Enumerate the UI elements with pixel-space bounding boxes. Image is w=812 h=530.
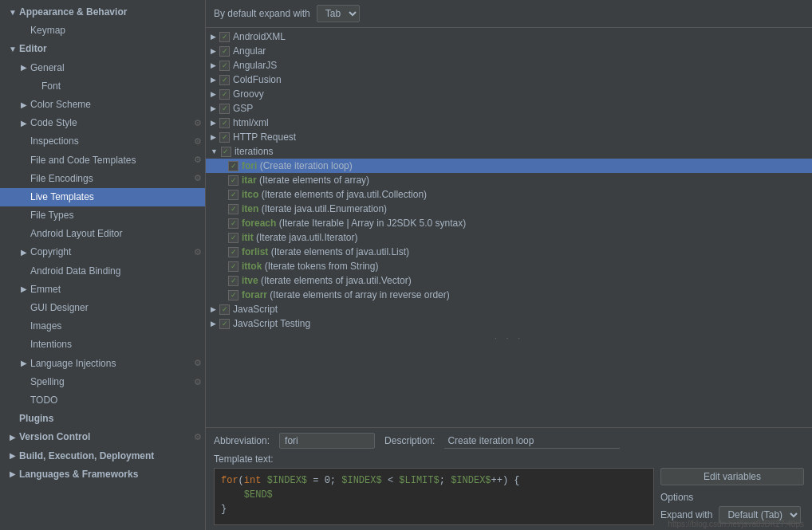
template-item-fori[interactable]: fori (Create iteration loop) xyxy=(206,159,812,173)
sidebar-item-live-templates[interactable]: Live Templates xyxy=(0,188,205,206)
item-checkbox[interactable] xyxy=(228,247,238,257)
group-javascript[interactable]: ▶ JavaScript xyxy=(206,302,812,316)
sidebar-label: TODO xyxy=(30,393,57,408)
sidebar-item-editor[interactable]: ▼ Editor xyxy=(0,40,205,58)
group-javascript-testing[interactable]: ▶ JavaScript Testing xyxy=(206,316,812,331)
template-item-forarr[interactable]: forarr (Iterate elements of array in rev… xyxy=(206,288,812,302)
item-checkbox[interactable] xyxy=(228,233,238,243)
group-checkbox[interactable] xyxy=(219,61,230,71)
sidebar-label: Live Templates xyxy=(30,190,94,205)
group-gsp[interactable]: ▶ GSP xyxy=(206,101,812,116)
item-text: itve (Iterate elements of java.util.Vect… xyxy=(242,275,412,286)
group-label: ColdFusion xyxy=(233,74,282,85)
group-http-request[interactable]: ▶ HTTP Request xyxy=(206,130,812,144)
sidebar-item-copyright[interactable]: ▶ Copyright ⚙ xyxy=(0,243,205,261)
sidebar-item-plugins[interactable]: Plugins xyxy=(0,410,205,428)
arrow-icon: ▶ xyxy=(18,117,30,130)
item-checkbox[interactable] xyxy=(228,290,238,300)
top-bar: By default expand with Tab xyxy=(206,0,812,28)
sidebar-item-appearance[interactable]: ▼ Appearance & Behavior xyxy=(0,3,205,22)
gear-icon: ⚙ xyxy=(194,116,202,131)
sidebar-item-android-data-binding[interactable]: Android Data Binding xyxy=(0,262,205,281)
item-text: itco (Iterate elements of java.util.Coll… xyxy=(242,189,427,200)
sidebar-label: Inspections xyxy=(30,134,79,149)
abbreviation-input[interactable] xyxy=(279,433,375,449)
sidebar-label: Android Data Binding xyxy=(30,264,120,279)
group-coldfusion[interactable]: ▶ ColdFusion xyxy=(206,73,812,87)
group-checkbox[interactable] xyxy=(219,46,230,57)
group-checkbox[interactable] xyxy=(219,304,230,315)
sidebar-label: Version Control xyxy=(19,430,90,445)
group-htmlxml[interactable]: ▶ html/xml xyxy=(206,116,812,130)
description-input[interactable] xyxy=(444,434,620,449)
sidebar-item-color-scheme[interactable]: ▶ Color Scheme xyxy=(0,96,205,114)
template-item-iten[interactable]: iten (Iterate java.util.Enumeration) xyxy=(206,202,812,216)
group-groovy[interactable]: ▶ Groovy xyxy=(206,87,812,101)
group-androidxml[interactable]: ▶ AndroidXML xyxy=(206,29,812,44)
template-item-itve[interactable]: itve (Iterate elements of java.util.Vect… xyxy=(206,273,812,288)
gear-icon: ⚙ xyxy=(194,375,202,390)
sidebar-label: Font xyxy=(41,79,61,94)
group-checkbox[interactable] xyxy=(219,75,230,85)
gear-icon: ⚙ xyxy=(194,356,202,371)
arrow-icon: ▶ xyxy=(6,468,19,481)
template-item-ittok[interactable]: ittok (Iterate tokens from String) xyxy=(206,259,812,273)
template-item-forlist[interactable]: forlist (Iterate elements of java.util.L… xyxy=(206,245,812,259)
group-checkbox[interactable] xyxy=(219,118,230,128)
group-checkbox[interactable] xyxy=(219,319,230,329)
kw-for: for xyxy=(221,475,238,486)
sidebar-item-font[interactable]: Font xyxy=(0,77,205,96)
group-checkbox[interactable] xyxy=(219,132,230,143)
group-label: html/xml xyxy=(233,117,269,128)
group-angularjs[interactable]: ▶ AngularJS xyxy=(206,58,812,73)
expand-dropdown[interactable]: Tab xyxy=(317,5,360,22)
item-checkbox[interactable] xyxy=(228,261,238,272)
sidebar-item-inspections[interactable]: Inspections ⚙ xyxy=(0,132,205,151)
sidebar-label: File and Code Templates xyxy=(30,153,136,168)
sidebar-item-android-layout-editor[interactable]: Android Layout Editor xyxy=(0,225,205,243)
sidebar-item-build-execution[interactable]: ▶ Build, Execution, Deployment xyxy=(0,447,205,465)
template-item-itco[interactable]: itco (Iterate elements of java.util.Coll… xyxy=(206,187,812,202)
group-arrow: ▶ xyxy=(211,47,216,55)
group-label: HTTP Request xyxy=(233,132,296,143)
item-checkbox[interactable] xyxy=(228,218,238,229)
code-area[interactable]: for(int $INDEX$ = 0; $INDEX$ < $LIMIT$; … xyxy=(214,468,654,525)
sidebar-item-intentions[interactable]: Intentions xyxy=(0,336,205,354)
expand-with-dropdown[interactable]: Default (Tab) xyxy=(719,506,801,524)
template-item-itit[interactable]: itit (Iterate java.util.Iterator) xyxy=(206,230,812,245)
group-iterations[interactable]: ▼ iterations xyxy=(206,144,812,159)
template-item-foreach[interactable]: foreach (Iterate Iterable | Array in J2S… xyxy=(206,216,812,230)
group-checkbox[interactable] xyxy=(221,147,231,157)
sidebar-label: General xyxy=(30,61,65,76)
sidebar-item-code-style[interactable]: ▶ Code Style ⚙ xyxy=(0,114,205,132)
group-checkbox[interactable] xyxy=(219,104,230,114)
template-item-itar[interactable]: itar (Iterate elements of array) xyxy=(206,173,812,187)
sidebar-item-file-encodings[interactable]: File Encodings ⚙ xyxy=(0,170,205,188)
sidebar-item-language-injections[interactable]: ▶ Language Injections ⚙ xyxy=(0,355,205,373)
group-arrow: ▶ xyxy=(211,104,216,112)
item-checkbox[interactable] xyxy=(228,161,238,171)
sidebar-item-file-types[interactable]: File Types xyxy=(0,206,205,225)
sidebar-item-todo[interactable]: TODO xyxy=(0,391,205,410)
sidebar-item-emmet[interactable]: ▶ Emmet xyxy=(0,281,205,299)
code-line-2: $END$ xyxy=(221,488,647,502)
group-angular[interactable]: ▶ Angular xyxy=(206,44,812,58)
sidebar-item-file-code-templates[interactable]: File and Code Templates ⚙ xyxy=(0,151,205,170)
sidebar-item-gui-designer[interactable]: GUI Designer xyxy=(0,299,205,317)
group-checkbox[interactable] xyxy=(219,32,230,42)
group-label: GSP xyxy=(233,103,253,114)
item-checkbox[interactable] xyxy=(228,204,238,214)
edit-variables-button[interactable]: Edit variables xyxy=(660,468,804,485)
sidebar-item-languages-frameworks[interactable]: ▶ Languages & Frameworks xyxy=(0,465,205,484)
item-checkbox[interactable] xyxy=(228,276,238,286)
group-checkbox[interactable] xyxy=(219,89,230,100)
item-checkbox[interactable] xyxy=(228,175,238,186)
sidebar-item-images[interactable]: Images xyxy=(0,317,205,336)
sidebar-item-spelling[interactable]: Spelling ⚙ xyxy=(0,373,205,391)
sidebar-item-general[interactable]: ▶ General xyxy=(0,59,205,77)
arrow-icon: ▶ xyxy=(18,246,30,259)
sidebar-item-version-control[interactable]: ▶ Version Control ⚙ xyxy=(0,428,205,446)
item-checkbox[interactable] xyxy=(228,190,238,200)
sidebar-label: Appearance & Behavior xyxy=(19,5,127,20)
sidebar-item-keymap[interactable]: Keymap xyxy=(0,22,205,40)
